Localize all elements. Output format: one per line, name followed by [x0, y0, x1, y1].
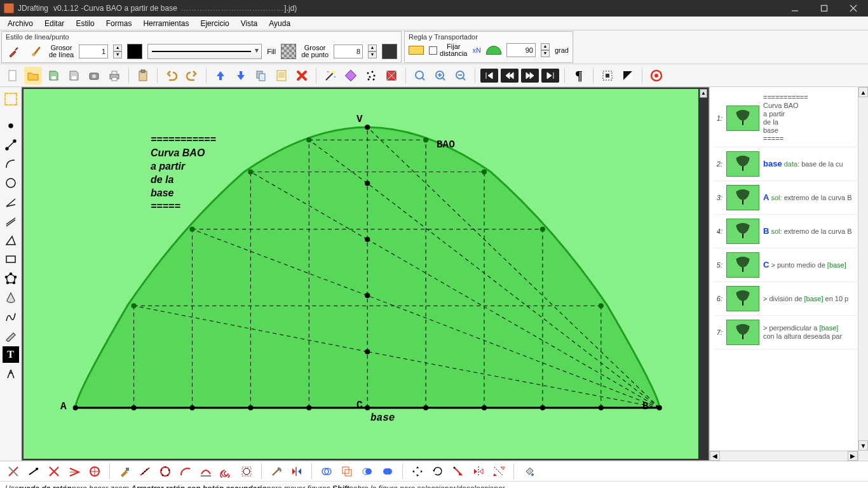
open-file-icon[interactable] [24, 67, 42, 85]
undo-icon[interactable] [163, 67, 180, 85]
menu-editar[interactable]: Editar [39, 18, 69, 29]
mirror-icon[interactable] [288, 463, 305, 480]
steps-list[interactable]: 1:===========Curva BAOa partirde labase=… [710, 87, 868, 461]
nav-last-icon[interactable] [541, 69, 559, 83]
steps-hscroll[interactable]: ◀▶ [710, 451, 858, 461]
magic-wand-icon[interactable] [322, 67, 339, 85]
canvas-viewport[interactable]: =========== Curva BAO a partir de la bas… [22, 87, 709, 461]
power-icon[interactable] [648, 67, 665, 85]
paint-bucket-icon[interactable] [520, 463, 537, 480]
spiral-icon[interactable] [218, 463, 234, 480]
zoom-out-icon[interactable] [452, 67, 470, 85]
trim-tool-icon[interactable] [5, 463, 22, 480]
menu-herramientas[interactable]: Herramientas [138, 18, 194, 29]
redo-icon[interactable] [183, 67, 201, 85]
angle-input[interactable] [506, 43, 536, 57]
bisector-icon[interactable] [66, 463, 83, 480]
delete-icon[interactable] [293, 67, 311, 85]
difference-icon[interactable] [379, 463, 396, 480]
close-button[interactable] [839, 0, 868, 17]
menu-vista[interactable]: Vista [236, 18, 262, 29]
compass-tool[interactable] [3, 365, 19, 382]
line-tool[interactable] [3, 137, 19, 153]
eyedropper-icon[interactable] [6, 43, 22, 60]
zoom-in-icon[interactable] [431, 67, 449, 85]
scale-tool-icon[interactable] [450, 463, 466, 480]
zoom-fit-icon[interactable] [411, 67, 429, 85]
fix-distance-checkbox[interactable] [429, 46, 437, 55]
xN-label[interactable]: xN [472, 46, 480, 54]
rectangle-tool[interactable] [3, 251, 19, 268]
step-row[interactable]: 1:===========Curva BAOa partirde labase=… [714, 90, 865, 147]
reflect-point-icon[interactable] [491, 463, 507, 480]
step-row[interactable]: 3:A sol: extremo de la curva B [714, 181, 865, 215]
maximize-button[interactable] [810, 0, 839, 17]
point-width-up[interactable]: ▲ [368, 44, 377, 51]
point-tool[interactable] [3, 118, 19, 134]
line-width-up[interactable]: ▲ [113, 44, 122, 51]
move-tool-icon[interactable] [409, 463, 426, 480]
nav-next-icon[interactable] [521, 69, 539, 83]
hammer-icon[interactable] [116, 463, 133, 480]
circle-center-icon[interactable] [86, 463, 103, 480]
minimize-button[interactable] [780, 0, 810, 17]
move-up-icon[interactable] [212, 67, 229, 85]
step-row[interactable]: 2:base data: base de la cu [714, 147, 865, 181]
nav-first-icon[interactable] [480, 69, 498, 83]
step-row[interactable]: 6:> división de [base] en 10 p [714, 282, 865, 316]
intersection-icon[interactable] [359, 463, 376, 480]
text-tool[interactable]: T [3, 346, 19, 363]
scatter-icon[interactable] [362, 67, 380, 85]
save-icon[interactable] [44, 67, 62, 85]
canvas-split-handle[interactable] [700, 89, 707, 98]
polygon-tool[interactable] [3, 270, 19, 287]
protractor-icon[interactable] [486, 46, 501, 55]
menu-estilo[interactable]: Estilo [71, 18, 99, 29]
paragraph-icon[interactable]: ¶ [570, 67, 588, 85]
reflect-axis-icon[interactable] [470, 463, 487, 480]
color-select-icon[interactable] [383, 67, 400, 85]
menu-ayuda[interactable]: Ayuda [264, 18, 295, 29]
menu-ejercicio[interactable]: Ejercicio [195, 18, 234, 29]
pencil-tool[interactable] [3, 327, 19, 344]
line-width-input[interactable] [79, 44, 108, 58]
print-icon[interactable] [105, 67, 123, 85]
save-as-icon[interactable] [65, 67, 83, 85]
point-color-swatch[interactable] [382, 44, 397, 59]
nav-prev-icon[interactable] [501, 69, 519, 83]
point-width-input[interactable] [334, 44, 363, 58]
line-style-dropdown[interactable] [147, 44, 262, 59]
angle-down[interactable]: ▼ [541, 50, 550, 57]
grid-select-icon[interactable] [599, 67, 616, 85]
line-width-down[interactable]: ▼ [113, 51, 122, 58]
brush-icon[interactable] [27, 43, 44, 60]
invert-icon[interactable] [619, 67, 637, 85]
angle-tool[interactable] [3, 194, 19, 210]
line-color-swatch[interactable] [127, 44, 142, 59]
divide-line-icon[interactable] [137, 463, 153, 480]
copy-icon[interactable] [252, 67, 270, 85]
step-row[interactable]: 7:> perpendicular a [base]con la altura … [714, 316, 865, 349]
union-icon[interactable] [339, 463, 355, 480]
screenshot-icon[interactable] [85, 67, 103, 85]
step-row[interactable]: 4:B sol: extremo de la curva B [714, 215, 865, 248]
ruler-icon[interactable] [409, 46, 424, 55]
bounds-icon[interactable] [238, 463, 255, 480]
point-width-down[interactable]: ▼ [368, 51, 377, 58]
menu-formas[interactable]: Formas [101, 18, 137, 29]
notes-icon[interactable] [273, 67, 290, 85]
divide-circle-icon[interactable] [157, 463, 173, 480]
drawing-canvas[interactable]: =========== Curva BAO a partir de la bas… [24, 89, 698, 459]
intersect-icon[interactable] [46, 463, 62, 480]
new-file-icon[interactable] [4, 67, 22, 85]
step-row[interactable]: 5:C > punto medio de [base] [714, 248, 865, 282]
arc-divide-icon[interactable] [177, 463, 194, 480]
color-picker-icon[interactable] [342, 67, 360, 85]
circle-tool[interactable] [3, 175, 19, 191]
spline-tool[interactable] [3, 308, 19, 325]
cone-tool[interactable] [3, 289, 19, 306]
select-rect-tool[interactable] [3, 91, 19, 107]
venn-icon[interactable] [318, 463, 335, 480]
paste-icon[interactable] [134, 67, 152, 85]
arc-tool[interactable] [3, 156, 19, 172]
